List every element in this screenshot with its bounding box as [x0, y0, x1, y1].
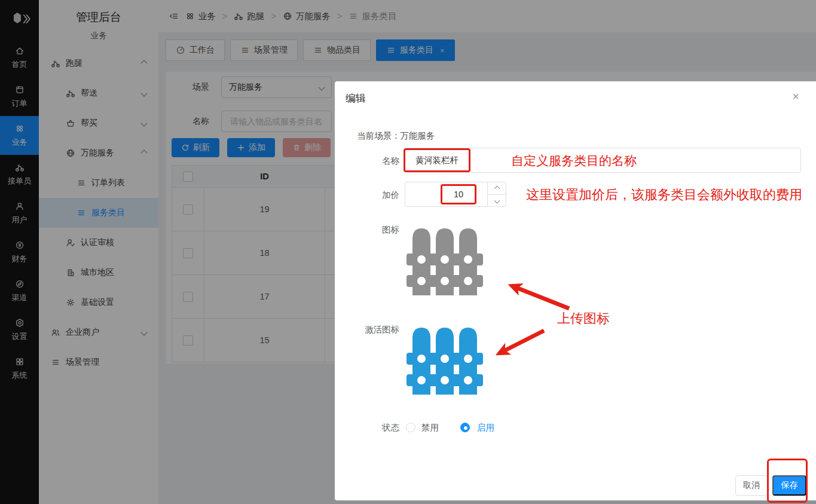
save-highlight-box — [767, 459, 808, 503]
name-value-highlight-box: 黄河装栏杆 — [404, 148, 470, 172]
modal-title: 编辑 — [346, 91, 366, 105]
upload-annotation: 上传图标 — [557, 310, 610, 328]
price-value-highlight-box: 10 — [441, 184, 476, 204]
annotation-arrow-up — [512, 286, 569, 308]
stepper-up-button[interactable] — [488, 182, 506, 195]
caret-down-icon — [494, 197, 500, 203]
price-field-label: 加价 — [335, 190, 399, 201]
current-scene-line: 当前场景：万能服务 — [357, 130, 435, 142]
close-icon[interactable]: × — [792, 90, 799, 103]
status-disabled-radio[interactable] — [406, 423, 415, 432]
active-icon-field-label: 激活图标 — [335, 324, 399, 335]
status-field-label: 状态 — [335, 422, 399, 433]
category-icon-preview[interactable] — [407, 222, 483, 299]
status-disabled-label: 禁用 — [421, 422, 439, 433]
category-active-icon-preview[interactable] — [407, 322, 483, 398]
annotation-arrow-down — [499, 331, 544, 353]
cancel-button[interactable]: 取消 — [735, 475, 768, 496]
stepper-down-button[interactable] — [488, 194, 506, 206]
status-row: 状态 禁用 启用 — [335, 423, 494, 432]
price-annotation: 这里设置加价后，该服务类目会额外收取的费用 — [526, 186, 802, 204]
status-enabled-label: 启用 — [477, 422, 494, 433]
admin-app: 首页 订单 业务 接单员 用户 财务 渠道 设置 系统 管理后台 业务 跑腿 帮… — [0, 0, 816, 504]
name-annotation: 自定义服务类目的名称 — [511, 152, 637, 169]
edit-modal: 编辑 × 当前场景：万能服务 名称 黄河装栏杆 自定义服务类目的名称 加价 10… — [335, 81, 816, 500]
name-value: 黄河装栏杆 — [415, 155, 459, 166]
price-stepper — [487, 182, 506, 206]
price-value: 10 — [454, 190, 463, 199]
name-field-label: 名称 — [335, 155, 399, 167]
icon-field-label: 图标 — [335, 224, 399, 236]
caret-up-icon — [494, 185, 500, 191]
status-enabled-radio[interactable] — [460, 423, 470, 432]
